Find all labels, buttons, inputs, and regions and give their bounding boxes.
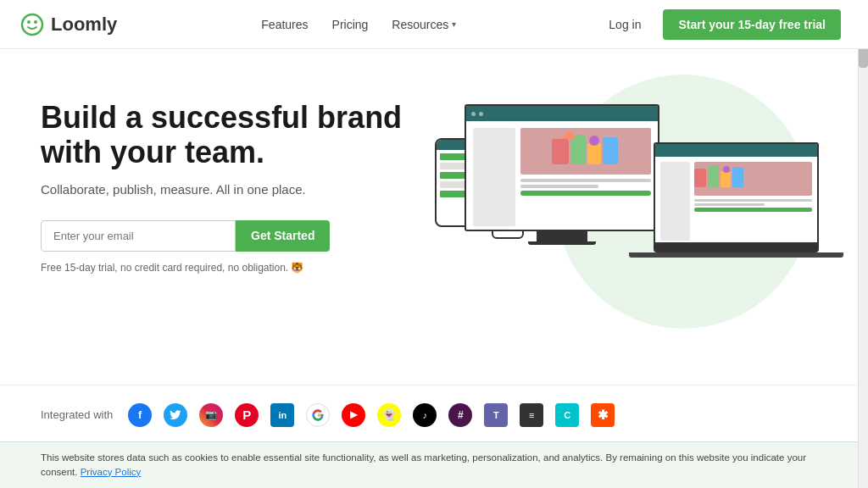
svg-rect-5 — [587, 143, 601, 164]
laptop-graphic — [694, 162, 745, 192]
chevron-down-icon: ▾ — [452, 19, 456, 29]
login-button[interactable]: Log in — [600, 13, 649, 36]
svg-rect-10 — [708, 165, 719, 187]
svg-point-0 — [22, 14, 42, 35]
svg-rect-11 — [721, 171, 731, 187]
snapchat-icon: 👻 — [377, 403, 401, 427]
svg-point-2 — [34, 20, 37, 24]
navbar: Loomly Features Pricing Resources ▾ Log … — [0, 0, 868, 49]
instagram-icon: 📷 — [199, 403, 223, 427]
logo-icon — [20, 13, 44, 36]
logo-text: Loomly — [51, 14, 117, 36]
hero-content: Build a successful brandwith your team. … — [41, 92, 431, 274]
hero-section: Build a successful brandwith your team. … — [0, 49, 868, 359]
teams-icon: T — [484, 403, 508, 427]
hero-form: Get Started — [41, 220, 431, 252]
buffer-icon: ≡ — [520, 403, 543, 427]
slack-icon: # — [448, 403, 472, 427]
canva-icon: C — [555, 403, 579, 427]
zapier-icon: ✱ — [591, 403, 615, 427]
tiktok-icon: ♪ — [413, 403, 437, 427]
youtube-icon: ▶ — [342, 403, 365, 427]
linkedin-icon: in — [270, 403, 294, 427]
svg-point-1 — [27, 20, 31, 24]
svg-point-13 — [723, 166, 730, 173]
logo[interactable]: Loomly — [20, 13, 117, 36]
svg-rect-4 — [570, 135, 586, 164]
nav-right: Log in Start your 15-day free trial — [600, 9, 841, 40]
svg-rect-3 — [552, 139, 569, 164]
cookie-banner: This website stores data such as cookies… — [0, 441, 858, 489]
svg-rect-6 — [603, 137, 618, 164]
cookie-text: This website stores data such as cookies… — [41, 452, 806, 477]
privacy-policy-link[interactable]: Privacy Policy — [81, 467, 142, 477]
get-started-button[interactable]: Get Started — [236, 220, 330, 252]
nav-pricing[interactable]: Pricing — [332, 18, 369, 31]
svg-rect-12 — [732, 167, 743, 187]
trial-button[interactable]: Start your 15-day free trial — [663, 9, 841, 40]
facebook-icon: f — [128, 403, 152, 427]
twitter-icon — [164, 403, 187, 427]
nav-resources[interactable]: Resources ▾ — [392, 18, 456, 31]
integrations-label: Integrated with — [41, 408, 113, 421]
monitor-illustration — [465, 104, 659, 252]
nav-features[interactable]: Features — [261, 18, 308, 31]
laptop-illustration — [654, 142, 819, 258]
devices — [431, 92, 827, 329]
svg-rect-9 — [694, 169, 706, 187]
hero-title: Build a successful brandwith your team. — [41, 100, 431, 170]
illustration-graphic — [552, 130, 620, 173]
hero-note: Free 15-day trial, no credit card requir… — [41, 262, 431, 274]
hero-illustration — [431, 92, 827, 329]
integrations-bar: Integrated with f 📷 P in ▶ 👻 ♪ # T ≡ C ✱ — [0, 385, 858, 444]
hero-subtitle: Collaborate, publish, measure. All in on… — [41, 182, 431, 197]
nav-links: Features Pricing Resources ▾ — [261, 18, 456, 31]
google-icon — [306, 403, 330, 427]
pinterest-icon: P — [235, 403, 259, 427]
email-input[interactable] — [41, 220, 236, 252]
svg-point-8 — [589, 136, 599, 146]
